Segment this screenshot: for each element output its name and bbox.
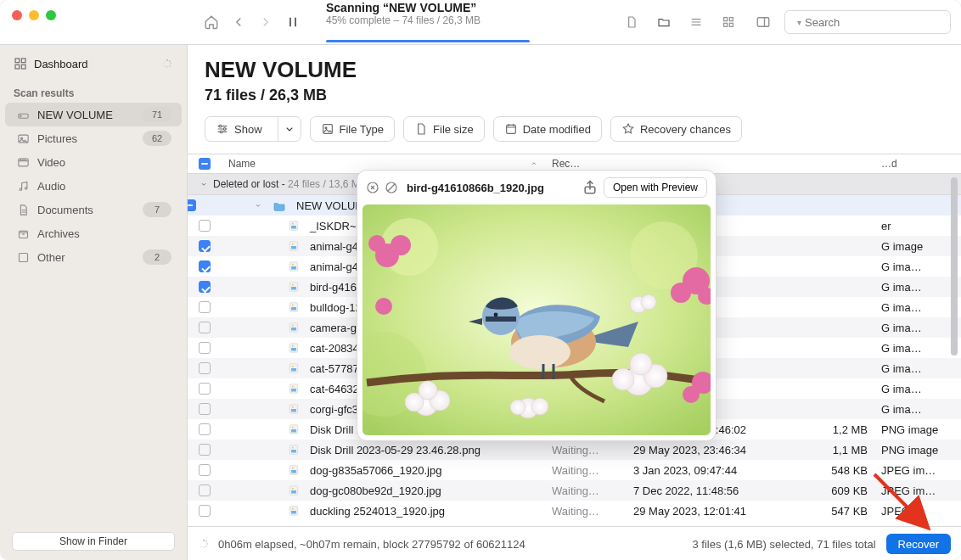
minimize-window-button[interactable] — [29, 10, 39, 20]
cell-size: 547 KB — [813, 505, 874, 518]
svg-point-38 — [292, 244, 294, 245]
svg-rect-1 — [729, 18, 733, 21]
row-checkbox[interactable] — [188, 444, 222, 456]
file-name: Disk Drill 2023-05-29 23.46.28.png — [310, 444, 480, 456]
filter-show[interactable]: Show — [205, 116, 301, 142]
cell-kind: G ima… — [874, 362, 947, 375]
panel-toggle-icon[interactable] — [754, 13, 773, 31]
svg-rect-61 — [291, 409, 296, 412]
svg-point-82 — [203, 546, 205, 548]
column-kind[interactable]: …d — [874, 158, 947, 170]
row-checkbox[interactable] — [188, 484, 222, 496]
svg-point-23 — [20, 188, 22, 191]
table-row[interactable]: duckling 2524013_1920.jpgWaiting…29 May … — [188, 501, 961, 521]
cell-date: 7 Dec 2022, 11:48:56 — [627, 484, 813, 497]
svg-rect-7 — [21, 59, 25, 63]
content-subtitle: 71 files / 26,3 MB — [205, 87, 944, 104]
file-name: duckling 2524013_1920.jpg — [310, 505, 445, 518]
cell-kind: G ima… — [874, 403, 947, 416]
row-checkbox[interactable] — [188, 464, 222, 476]
sidebar-item-pictures[interactable]: Pictures62 — [5, 126, 182, 150]
view-list-icon[interactable] — [686, 15, 706, 29]
star-icon — [621, 122, 635, 136]
titlebar: Scanning “NEW VOLUME” 45% complete – 74 … — [0, 0, 961, 45]
svg-point-27 — [219, 125, 222, 127]
filter-file-size[interactable]: File size — [403, 116, 485, 142]
sidebar-item-video[interactable]: Video — [5, 150, 182, 174]
row-checkbox[interactable] — [188, 281, 222, 293]
select-all-checkbox[interactable] — [188, 158, 222, 170]
preview-popover: bird-g41610866b_1920.jpg Open with Previ… — [357, 170, 717, 441]
sidebar: Dashboard Scan results NEW VOLUME71Pictu… — [0, 45, 187, 560]
table-row[interactable]: dog-gc080be92d_1920.jpgWaiting…7 Dec 202… — [188, 480, 961, 501]
file-icon — [321, 122, 334, 136]
svg-point-80 — [206, 543, 208, 545]
table-row[interactable]: Disk Drill 2023-05-29 23.46.28.pngWaitin… — [188, 440, 961, 460]
sidebar-item-new-volume[interactable]: NEW VOLUME71 — [5, 103, 182, 126]
scan-subtitle: 45% complete – 74 files / 26,3 MB — [326, 14, 530, 28]
sidebar-item-audio[interactable]: Audio — [5, 174, 182, 198]
row-checkbox[interactable] — [188, 383, 222, 395]
home-icon[interactable] — [202, 13, 221, 31]
footer-status: 0h06m elapsed, ~0h07m remain, block 2779… — [218, 538, 525, 551]
scrollbar-thumb[interactable] — [951, 177, 958, 356]
row-checkbox[interactable] — [188, 423, 222, 435]
row-checkbox[interactable] — [188, 260, 222, 272]
search-input[interactable] — [803, 15, 949, 30]
row-checkbox[interactable] — [188, 342, 222, 354]
row-checkbox[interactable] — [188, 362, 222, 374]
other-icon — [15, 251, 31, 264]
audio-icon — [15, 180, 31, 193]
cell-size: 1,2 MB — [813, 423, 874, 436]
svg-point-112 — [630, 353, 652, 375]
footer-spinner-icon — [198, 538, 210, 550]
row-checkbox[interactable] — [188, 199, 222, 211]
sidebar-dashboard[interactable]: Dashboard — [0, 45, 187, 82]
row-checkbox[interactable] — [188, 505, 222, 517]
svg-rect-55 — [291, 368, 296, 372]
row-checkbox[interactable] — [188, 301, 222, 313]
show-in-finder-button[interactable]: Show in Finder — [12, 532, 175, 551]
zoom-window-button[interactable] — [46, 10, 56, 20]
table-row[interactable]: dog-g835a57066_1920.jpgWaiting…3 Jan 202… — [188, 460, 961, 480]
cell-kind: G ima… — [874, 322, 947, 334]
pause-scan-button[interactable] — [284, 13, 302, 31]
view-grid-icon[interactable] — [718, 15, 739, 29]
svg-rect-6 — [15, 59, 20, 63]
disclosure-icon[interactable] — [254, 201, 262, 210]
popover-close-icon[interactable] — [366, 181, 379, 194]
column-name[interactable]: Name — [222, 158, 545, 170]
view-folder-icon[interactable] — [654, 15, 674, 29]
filter-recovery-chances[interactable]: Recovery chances — [610, 116, 742, 142]
column-recovery[interactable]: Rec… — [545, 158, 627, 170]
cell-kind: JPEG ima… — [874, 484, 947, 497]
row-checkbox[interactable] — [188, 322, 222, 333]
filter-recovery-label: Recovery chances — [640, 123, 731, 136]
sidebar-item-other[interactable]: Other2 — [5, 245, 182, 269]
search-field[interactable]: ▾ — [784, 10, 951, 34]
chevron-down-icon[interactable] — [278, 117, 301, 141]
row-checkbox[interactable] — [188, 403, 222, 415]
sidebar-spinner-icon — [161, 58, 173, 70]
sidebar-item-label: Other — [37, 251, 143, 264]
nav-back-button[interactable] — [229, 13, 248, 31]
open-with-preview-button[interactable]: Open with Preview — [604, 177, 707, 198]
sidebar-item-documents[interactable]: Documents7 — [5, 198, 182, 221]
sidebar-item-archives[interactable]: Archives — [5, 221, 182, 245]
row-checkbox[interactable] — [188, 240, 222, 252]
close-window-button[interactable] — [12, 10, 22, 20]
view-doc-icon[interactable] — [621, 15, 642, 29]
share-icon[interactable] — [582, 179, 599, 196]
svg-point-29 — [220, 131, 222, 133]
vertical-scrollbar[interactable] — [951, 174, 959, 526]
nav-forward-button[interactable] — [256, 13, 275, 31]
cell-recovery: Waiting… — [545, 444, 627, 456]
recover-button[interactable]: Recover — [886, 534, 951, 554]
dashboard-label: Dashboard — [34, 58, 88, 70]
row-checkbox[interactable] — [188, 220, 222, 232]
cell-kind: G ima… — [874, 342, 947, 355]
filter-date-modified[interactable]: Date modified — [493, 116, 602, 142]
image-file-icon — [288, 464, 300, 476]
filter-file-type[interactable]: File Type — [310, 116, 396, 142]
svg-rect-46 — [291, 307, 296, 311]
